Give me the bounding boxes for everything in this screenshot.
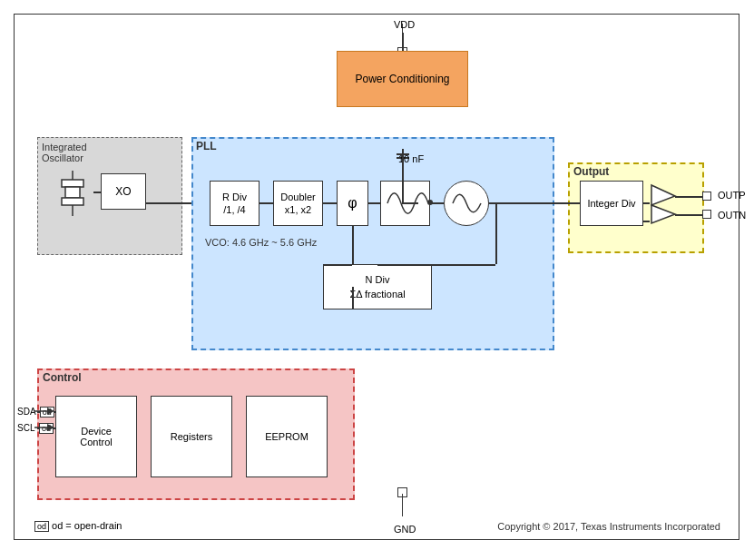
device-control-block: DeviceControl: [55, 396, 137, 477]
svg-rect-3: [62, 198, 83, 205]
ndiv-label: N DivΣΔ fractional: [349, 272, 405, 302]
vco-ndiv-v-line: [495, 202, 497, 264]
phi-feedback-v: [352, 226, 354, 264]
od-badge-legend: od: [34, 521, 49, 532]
vdd-label: VDD: [394, 19, 415, 30]
footer-legend-text: od = open-drain: [52, 520, 122, 531]
vco-label: VCO: 4.6 GHz ~ 5.6 GHz: [205, 237, 317, 248]
outp-label: OUTP: [718, 190, 746, 201]
rdiv-label: R Div/1, /4: [222, 191, 247, 217]
outp-square: [702, 192, 711, 201]
xo-label: XO: [115, 185, 131, 198]
cap-bottom-line: [402, 165, 404, 202]
ndiv-top-line: [377, 264, 495, 266]
registers-block: Registers: [151, 396, 232, 477]
cap-h-line: [402, 202, 418, 204]
junction-dot: [427, 200, 433, 205]
eeprom-block: EEPROM: [246, 396, 328, 477]
intdiv-buf-top: [643, 202, 650, 204]
main-diagram: VDD Power Conditioning IntegratedOscilla…: [14, 14, 739, 540]
doubler-phi-line: [323, 202, 337, 204]
svg-marker-12: [47, 408, 54, 415]
registers-label: Registers: [171, 431, 212, 442]
phi-lpf-line: [368, 202, 380, 204]
svg-rect-2: [65, 187, 80, 198]
ndiv-block: N DivΣΔ fractional: [323, 264, 432, 309]
control-label: Control: [43, 371, 82, 384]
integrated-oscillator-label: IntegratedOscillator: [42, 142, 87, 163]
rdiv-block: R Div/1, /4: [210, 181, 259, 226]
svg-rect-1: [62, 180, 83, 187]
output-label: Output: [573, 165, 609, 178]
crystal-xo-line: [93, 192, 101, 193]
vco-wave-icon: [451, 190, 483, 217]
vco-block: [444, 181, 489, 226]
eeprom-label: EEPROM: [265, 431, 308, 442]
buffer-triangle: [650, 181, 681, 226]
outn-label: OUTN: [718, 210, 746, 221]
phi-block: φ: [337, 181, 368, 226]
phi-label: φ: [348, 195, 357, 211]
scl-arrow: [34, 421, 54, 434]
svg-marker-10: [651, 205, 675, 223]
device-control-label: DeviceControl: [80, 426, 112, 447]
sda-arrow: [34, 405, 54, 418]
doubler-label: Doublerx1, x2: [280, 191, 316, 217]
svg-marker-9: [651, 185, 675, 205]
pll-label: PLL: [196, 140, 217, 152]
doubler-block: Doublerx1, x2: [273, 181, 323, 226]
xo-block: XO: [101, 173, 146, 210]
ndiv-phi-connect: [323, 264, 352, 266]
outn-square: [702, 210, 711, 219]
crystal-symbol: [53, 169, 93, 219]
power-conditioning-label: Power Conditioning: [355, 73, 449, 85]
copyright-text: Copyright © 2017, Texas Instruments Inco…: [497, 521, 720, 532]
intdiv-block: Integer Div: [580, 181, 643, 226]
rdiv-doubler-line: [259, 202, 273, 204]
vdd-connect-line: [402, 33, 404, 51]
vco-intdiv-line: [557, 202, 580, 204]
vco-out-line: [489, 202, 557, 204]
ndiv-phi-v-line: [352, 287, 354, 309]
intdiv-label: Integer Div: [587, 198, 635, 209]
intdiv-buf-bot: [643, 221, 650, 222]
svg-marker-14: [47, 424, 54, 431]
gnd-line: [402, 494, 403, 516]
power-conditioning-block: Power Conditioning: [337, 51, 468, 107]
footer-legend: od od = open-drain: [33, 520, 122, 532]
gnd-label: GND: [394, 524, 416, 535]
